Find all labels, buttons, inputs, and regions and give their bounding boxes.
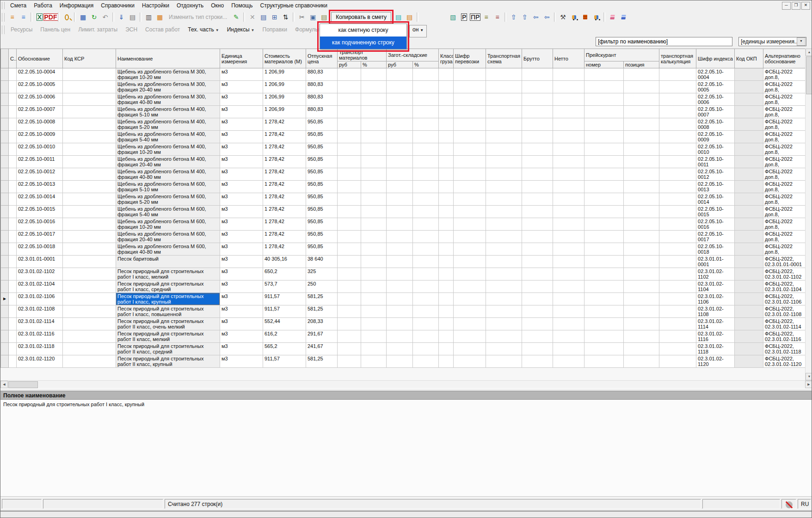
header-transport-pct[interactable]: % xyxy=(361,61,387,68)
cell-s[interactable] xyxy=(9,268,17,280)
cell-naimenovanie[interactable]: Щебень из дробленого бетона М 600, фракц… xyxy=(116,243,220,256)
cell-transport-rub[interactable] xyxy=(338,343,361,355)
cell-shifr-perevozki[interactable] xyxy=(454,143,486,156)
cell-transportnaya-shema[interactable] xyxy=(486,256,522,268)
cell-kod-ksr[interactable] xyxy=(63,118,116,131)
cell-klass-gruza[interactable] xyxy=(439,206,454,218)
cell-kod-okp[interactable] xyxy=(735,143,763,156)
cell-edinitsa[interactable]: м3 xyxy=(220,181,263,193)
cell-edinitsa[interactable]: м3 xyxy=(220,218,263,231)
cell-kod-ksr[interactable] xyxy=(63,106,116,118)
cell-stoimost[interactable]: 650,2 xyxy=(263,268,306,280)
cell-otpusknaya[interactable]: 581,25 xyxy=(306,305,338,318)
row-selector[interactable] xyxy=(1,106,9,118)
cell-preyskurant-nomer[interactable] xyxy=(584,343,624,355)
cell-stoimost[interactable]: 1 278,42 xyxy=(263,218,306,231)
cell-preyskurant-nomer[interactable] xyxy=(584,143,624,156)
cell-otpusknaya[interactable]: 950,85 xyxy=(306,168,338,181)
cell-edinitsa[interactable]: м3 xyxy=(220,268,263,280)
cell-otpusknaya[interactable]: 950,85 xyxy=(306,118,338,131)
cell-transport-rub[interactable] xyxy=(338,131,361,143)
cell-edinitsa[interactable]: м3 xyxy=(220,330,263,343)
hammer-icon[interactable]: ⚒ xyxy=(558,12,568,23)
cell-transportnaya-kalkulyatsiya[interactable] xyxy=(659,81,696,93)
cell-transport-rub[interactable] xyxy=(338,256,361,268)
cell-shifr-perevozki[interactable] xyxy=(454,243,486,256)
row-selector[interactable] xyxy=(1,330,9,343)
cell-netto[interactable] xyxy=(553,243,584,256)
cell-preyskurant-pozitsiya[interactable] xyxy=(624,231,659,243)
cell-kod-okp[interactable] xyxy=(735,193,763,206)
cell-shifr-perevozki[interactable] xyxy=(454,131,486,143)
cell-kod-okp[interactable] xyxy=(735,280,763,293)
cell-s[interactable] xyxy=(9,206,17,218)
cell-shifr-perevozki[interactable] xyxy=(454,168,486,181)
cell-shifr-indeksa[interactable]: 02.2.05.10-0013 xyxy=(696,181,735,193)
table-row[interactable]: 02.2.05.10-0007Щебень из дробленого бето… xyxy=(1,106,806,118)
cell-zagot-rub[interactable] xyxy=(387,131,413,143)
cell-brutto[interactable] xyxy=(522,106,553,118)
cell-klass-gruza[interactable] xyxy=(439,305,454,318)
cell-obosnovanie[interactable]: 02.2.05.10-0012 xyxy=(17,168,63,181)
cell-transportnaya-shema[interactable] xyxy=(486,106,522,118)
cell-naimenovanie[interactable]: Песок природный для строительных работ I… xyxy=(116,343,220,355)
copy-to-estimate-button[interactable]: Копировать в смету xyxy=(331,12,391,22)
cell-otpusknaya[interactable]: 950,85 xyxy=(306,243,338,256)
header-shifr-indeksa[interactable]: Шифр индекса xyxy=(696,49,735,68)
header-transport-materialov[interactable]: Транспорт материалов xyxy=(338,49,387,61)
cell-stoimost[interactable]: 1 278,42 xyxy=(263,231,306,243)
cell-s[interactable] xyxy=(9,143,17,156)
add-resource-icon[interactable]: ≡ xyxy=(18,12,29,23)
cell-s[interactable] xyxy=(9,330,17,343)
cell-alt-obosnovanie[interactable]: ФСБЦ-2022 доп.8, xyxy=(763,206,805,218)
cell-shifr-indeksa[interactable]: 02.2.05.10-0009 xyxy=(696,131,735,143)
row-selector[interactable] xyxy=(1,143,9,156)
cell-s[interactable] xyxy=(9,93,17,106)
cell-zagot-pct[interactable] xyxy=(413,81,439,93)
cell-obosnovanie[interactable]: 02.2.05.10-0010 xyxy=(17,143,63,156)
cell-transport-rub[interactable] xyxy=(338,168,361,181)
cell-preyskurant-pozitsiya[interactable] xyxy=(624,218,659,231)
cell-edinitsa[interactable]: м3 xyxy=(220,293,263,305)
cell-klass-gruza[interactable] xyxy=(439,118,454,131)
cell-otpusknaya[interactable]: 950,85 xyxy=(306,206,338,218)
cell-brutto[interactable] xyxy=(522,355,553,368)
cell-kod-ksr[interactable] xyxy=(63,81,116,93)
cell-shifr-perevozki[interactable] xyxy=(454,156,486,168)
cell-brutto[interactable] xyxy=(522,156,553,168)
cell-transport-rub[interactable] xyxy=(338,280,361,293)
cell-s[interactable] xyxy=(9,218,17,231)
cell-preyskurant-pozitsiya[interactable] xyxy=(624,343,659,355)
cell-netto[interactable] xyxy=(553,343,584,355)
cell-shifr-indeksa[interactable]: 02.2.05.10-0010 xyxy=(696,143,735,156)
row-selector[interactable] xyxy=(1,156,9,168)
cell-netto[interactable] xyxy=(553,305,584,318)
cell-preyskurant-pozitsiya[interactable] xyxy=(624,318,659,330)
cell-kod-ksr[interactable] xyxy=(63,231,116,243)
header-preyskurant[interactable]: Прейскурант xyxy=(584,49,659,61)
cell-shifr-perevozki[interactable] xyxy=(454,106,486,118)
cell-s[interactable] xyxy=(9,256,17,268)
indent-up2-icon[interactable]: ⇧ xyxy=(519,12,530,23)
cell-netto[interactable] xyxy=(553,168,584,181)
cell-transport-rub[interactable] xyxy=(338,68,361,81)
cell-kod-ksr[interactable] xyxy=(63,168,116,181)
clipboard-icon[interactable]: ▤ xyxy=(404,12,415,23)
cell-transport-pct[interactable] xyxy=(361,143,387,156)
cell-otpusknaya[interactable]: 208,33 xyxy=(306,318,338,330)
cell-zagot-rub[interactable] xyxy=(387,68,413,81)
table-row[interactable]: 02.2.05.10-0017Щебень из дробленого бето… xyxy=(1,231,806,243)
toolbar-drag-handle[interactable] xyxy=(2,25,5,34)
cell-preyskurant-pozitsiya[interactable] xyxy=(624,68,659,81)
cell-preyskurant-nomer[interactable] xyxy=(584,305,624,318)
cell-otpusknaya[interactable]: 950,85 xyxy=(306,156,338,168)
cell-edinitsa[interactable]: м3 xyxy=(220,243,263,256)
header-brutto[interactable]: Брутто xyxy=(522,49,553,68)
cell-transport-rub[interactable] xyxy=(338,106,361,118)
cell-naimenovanie[interactable]: Щебень из дробленого бетона М 400, фракц… xyxy=(116,143,220,156)
cell-zagot-pct[interactable] xyxy=(413,343,439,355)
cell-shifr-indeksa[interactable]: 02.2.05.10-0008 xyxy=(696,118,735,131)
cell-zagot-rub[interactable] xyxy=(387,118,413,131)
cell-naimenovanie[interactable]: Щебень из дробленого бетона М 400, фракц… xyxy=(116,156,220,168)
cell-alt-obosnovanie[interactable]: ФСБЦ-2022 доп.8, xyxy=(763,218,805,231)
